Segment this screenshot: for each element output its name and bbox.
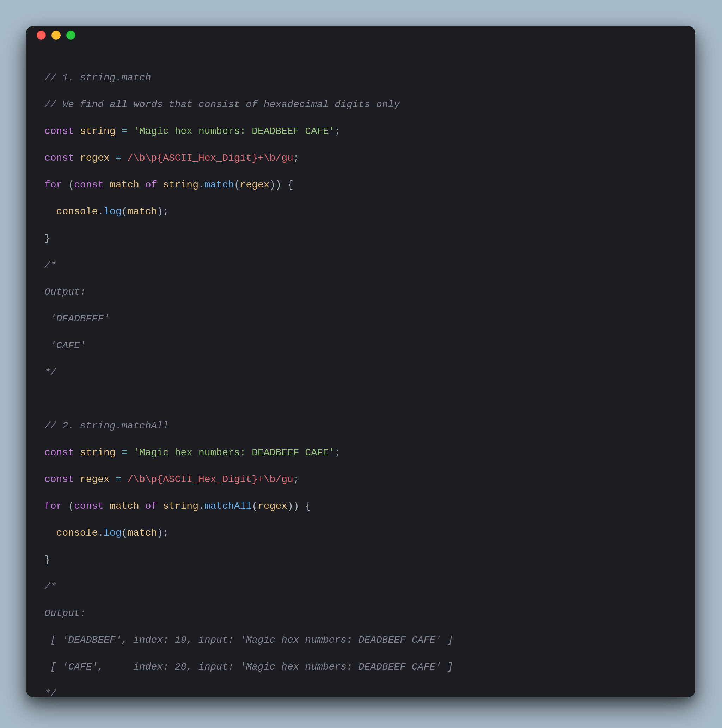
keyword: const (44, 153, 74, 164)
code-editor: // 1. string.match // We find all words … (26, 44, 695, 697)
comment: 'CAFE' (44, 340, 86, 351)
string-literal: 'Magic hex numbers: DEADBEEF CAFE' (133, 447, 334, 458)
punct: ; (334, 126, 340, 137)
punct: ( (252, 501, 258, 512)
punct: ( (68, 179, 74, 190)
function: log (104, 528, 121, 538)
function: matchAll (204, 501, 252, 512)
operator: = (116, 153, 122, 164)
code-window: // 1. string.match // We find all words … (26, 26, 695, 697)
comment: // 1. string.match (44, 72, 151, 83)
punct: } (44, 554, 51, 565)
keyword: const (44, 474, 74, 485)
keyword: of (145, 501, 157, 512)
punct: ; (293, 474, 299, 485)
comment: Output: (44, 286, 86, 297)
operator: = (121, 447, 127, 458)
window-titlebar (26, 26, 695, 44)
comment: /* (44, 581, 57, 592)
punct: } (44, 233, 51, 244)
comment: [ 'DEADBEEF', index: 19, input: 'Magic h… (44, 635, 453, 645)
regex-literal: /\b\p{ASCII_Hex_Digit}+\b/gu (127, 153, 293, 164)
punct: ; (163, 206, 169, 217)
identifier: string (163, 179, 198, 190)
punct: ) (287, 501, 293, 512)
comment: 'DEADBEEF' (44, 313, 110, 324)
identifier: match (110, 501, 139, 512)
punct: ( (234, 179, 240, 190)
operator: = (116, 474, 122, 485)
comment: // 2. string.matchAll (44, 421, 169, 431)
function: log (104, 206, 121, 217)
identifier: match (127, 528, 157, 538)
keyword: const (74, 179, 104, 190)
comment: Output: (44, 608, 86, 619)
identifier: match (110, 179, 139, 190)
identifier: regex (80, 153, 110, 164)
punct: . (98, 528, 104, 538)
punct: . (98, 206, 104, 217)
punct: ) (275, 179, 281, 190)
punct: ; (334, 447, 340, 458)
punct: ) (270, 179, 276, 190)
keyword: for (44, 501, 62, 512)
punct: ) (157, 206, 163, 217)
punct: ) (293, 501, 299, 512)
keyword: const (44, 447, 74, 458)
punct: ; (293, 153, 299, 164)
zoom-icon[interactable] (66, 31, 75, 40)
punct: { (287, 179, 293, 190)
identifier: console (57, 528, 98, 538)
string-literal: 'Magic hex numbers: DEADBEEF CAFE' (133, 126, 334, 137)
punct: ( (121, 528, 127, 538)
comment: [ 'CAFE', index: 28, input: 'Magic hex n… (44, 661, 453, 672)
punct: . (198, 179, 204, 190)
keyword: for (44, 179, 62, 190)
identifier: match (127, 206, 157, 217)
identifier: string (80, 126, 116, 137)
comment: // We find all words that consist of hex… (44, 99, 400, 110)
comment: */ (44, 367, 57, 378)
keyword: const (74, 501, 104, 512)
punct: ; (163, 528, 169, 538)
punct: { (305, 501, 311, 512)
regex-literal: /\b\p{ASCII_Hex_Digit}+\b/gu (127, 474, 293, 485)
punct: . (198, 501, 204, 512)
identifier: string (80, 447, 116, 458)
keyword: of (145, 179, 157, 190)
function: match (204, 179, 234, 190)
punct: ) (157, 528, 163, 538)
identifier: regex (240, 179, 270, 190)
identifier: string (163, 501, 198, 512)
minimize-icon[interactable] (52, 31, 61, 40)
identifier: regex (258, 501, 287, 512)
page-background: // 1. string.match // We find all words … (0, 0, 722, 728)
comment: */ (44, 688, 57, 697)
punct: ( (68, 501, 74, 512)
operator: = (121, 126, 127, 137)
comment: /* (44, 260, 57, 271)
identifier: console (57, 206, 98, 217)
identifier: regex (80, 474, 110, 485)
close-icon[interactable] (37, 31, 46, 40)
punct: ( (121, 206, 127, 217)
keyword: const (44, 126, 74, 137)
